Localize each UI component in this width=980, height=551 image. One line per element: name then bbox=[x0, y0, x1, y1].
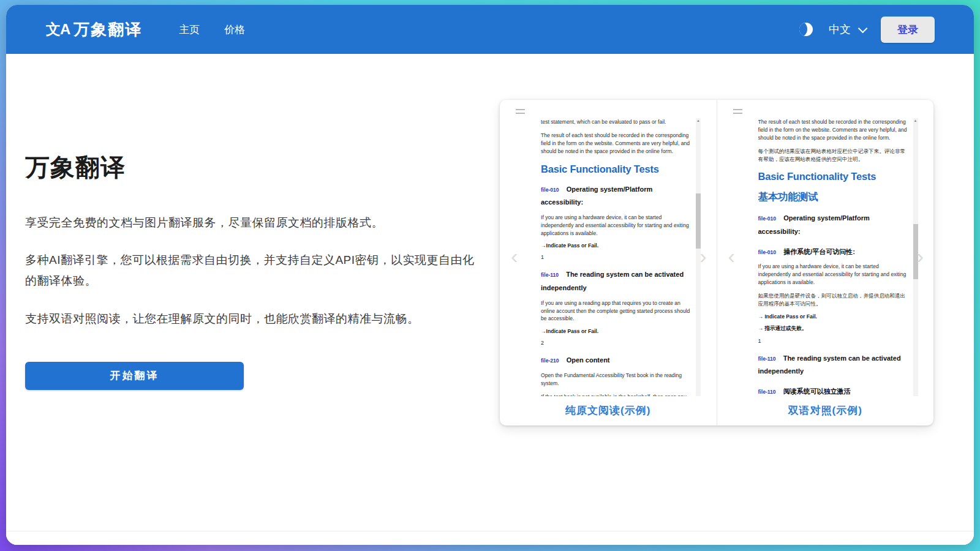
carousel-next-icon[interactable]: › bbox=[917, 246, 924, 266]
doc-block: 每个测试的结果应该在网站表格对应栏位中记录下来。评论非常有帮助，应该在网站表格提… bbox=[758, 148, 908, 163]
doc-block: 1 bbox=[541, 254, 691, 260]
footer bbox=[6, 531, 974, 545]
original-reading-preview: ‹ test statement, which can be evaluated… bbox=[500, 100, 717, 425]
doc-block: file-110阅读系统可以独立激活 bbox=[758, 384, 908, 396]
doc-block: file-110The reading system can be activa… bbox=[541, 267, 691, 293]
doc-block: Open the Fundamental Accessibility Test … bbox=[541, 372, 691, 388]
doc-block: file-210Open content bbox=[541, 353, 691, 366]
doc-block: file-010操作系统/平台可访问性: bbox=[758, 244, 908, 258]
doc-block: →Indicate Pass or Fail. bbox=[541, 242, 691, 249]
top-navigation-bar: 文A 万象翻译 主页 价格 中文 登录 bbox=[6, 5, 974, 54]
doc-block: Basic Functionality Tests bbox=[758, 171, 908, 182]
header-actions: 中文 登录 bbox=[799, 17, 935, 43]
menu-icon bbox=[516, 109, 525, 116]
nav-item-pricing[interactable]: 价格 bbox=[224, 23, 245, 37]
doc-block: file-110The reading system can be activa… bbox=[758, 351, 908, 377]
bilingual-preview: ‹ The result of each test should be reco… bbox=[717, 100, 934, 425]
doc-block: The result of each test should be record… bbox=[758, 118, 908, 142]
document-page-bilingual: The result of each test should be record… bbox=[758, 118, 908, 396]
carousel-prev-icon[interactable]: ‹ bbox=[511, 246, 518, 266]
hero-paragraph: 享受完全免费的文档与图片翻译服务，尽量保留原文档的排版格式。 bbox=[25, 212, 477, 233]
logo-text: 万象翻译 bbox=[74, 19, 142, 40]
menu-icon bbox=[733, 109, 742, 116]
login-button[interactable]: 登录 bbox=[881, 17, 935, 43]
dark-mode-toggle-moon-icon[interactable] bbox=[799, 23, 813, 36]
scrollbar-thumb bbox=[696, 193, 701, 249]
doc-block: file-010Operating system/Platform access… bbox=[541, 182, 691, 208]
doc-block: The result of each test should be record… bbox=[541, 132, 691, 156]
doc-block: Basic Functionality Tests bbox=[541, 163, 691, 175]
doc-block: If you are using a reading app that requ… bbox=[541, 299, 691, 323]
scroll-up-arrow-icon: ▲ bbox=[696, 119, 701, 122]
scroll-up-arrow-icon: ▲ bbox=[913, 119, 918, 122]
doc-block: If you are using a hardware device, it c… bbox=[541, 214, 691, 238]
doc-block: test statement, which can be evaluated t… bbox=[541, 118, 691, 126]
chevron-down-icon bbox=[858, 23, 868, 33]
examples-card: ‹ test statement, which can be evaluated… bbox=[500, 100, 933, 425]
doc-block: file-010Operating system/Platform access… bbox=[758, 211, 908, 237]
carousel-next-icon[interactable]: › bbox=[699, 246, 706, 266]
doc-block: →Indicate Pass or Fail. bbox=[541, 328, 691, 334]
doc-block: 基本功能测试 bbox=[758, 190, 908, 204]
doc-block: → 指示通过或失败。 bbox=[758, 325, 908, 332]
doc-block: 2 bbox=[541, 340, 691, 346]
language-selector[interactable]: 中文 bbox=[829, 22, 865, 37]
preview-caption-bilingual: 双语对照(示例) bbox=[717, 403, 934, 418]
doc-block: If the test book is not available in the… bbox=[541, 393, 691, 396]
app-window: 文A 万象翻译 主页 价格 中文 登录 万象翻译 享受完全免费的文档与图片翻译服… bbox=[6, 5, 974, 545]
document-page-original: test statement, which can be evaluated t… bbox=[541, 118, 691, 396]
hero-paragraph: 多种AI翻译引擎，您可以根据需求自由切换，并支持自定义API密钥，以实现更自由化… bbox=[25, 250, 477, 291]
page-title: 万象翻译 bbox=[25, 151, 477, 184]
doc-block: If you are using a hardware device, it c… bbox=[758, 263, 908, 287]
hero-paragraph: 支持双语对照阅读，让您在理解原文的同时，也能欣赏翻译的精准与流畅。 bbox=[25, 309, 477, 329]
hero-section: 万象翻译 享受完全免费的文档与图片翻译服务，尽量保留原文档的排版格式。 多种AI… bbox=[25, 151, 477, 390]
doc-block: 1 bbox=[758, 338, 908, 344]
nav-item-home[interactable]: 主页 bbox=[179, 23, 200, 37]
doc-block: 如果您使用的是硬件设备，则可以独立启动，并提供启动和退出应用程序的基本可访问性。 bbox=[758, 292, 908, 308]
translate-icon: 文A bbox=[46, 20, 70, 39]
preview-caption-original: 纯原文阅读(示例) bbox=[500, 403, 717, 418]
start-translation-button[interactable]: 开始翻译 bbox=[25, 362, 244, 390]
language-selector-label: 中文 bbox=[829, 22, 851, 37]
main-nav: 主页 价格 bbox=[179, 23, 245, 37]
carousel-prev-icon[interactable]: ‹ bbox=[728, 246, 735, 266]
logo[interactable]: 文A 万象翻译 bbox=[46, 19, 142, 40]
doc-block: → Indicate Pass or Fail. bbox=[758, 313, 908, 320]
